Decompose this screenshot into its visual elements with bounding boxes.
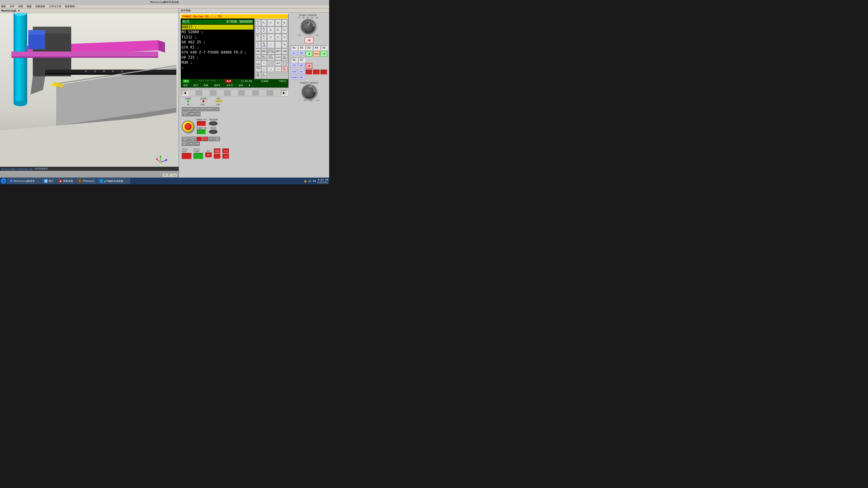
key-6[interactable]: 6↑ [282,27,287,33]
key-DELETE[interactable]: DE-LETE [261,72,267,78]
btn-k5[interactable]: K5 [320,45,327,50]
btn-lub[interactable]: LUB [188,142,194,146]
nav-left-btn[interactable]: ◀ [181,90,188,96]
key-S[interactable]: S↑ T↑ [261,34,267,41]
btn-minus-z[interactable]: -Z [306,51,312,57]
btn-ccw[interactable]: CCW [222,149,229,153]
key-UP[interactable]: ↑ [261,61,267,66]
key-eob[interactable]: — [267,41,275,48]
menu-item-measure[interactable]: 测量 [1,5,6,8]
key-SYSTEM[interactable]: SY-STEM [255,55,261,60]
key-PROG[interactable]: PROG [261,48,267,54]
key-5[interactable]: 5↑ [275,27,281,33]
nav-right-btn[interactable]: ▶ [281,90,287,96]
key-2[interactable]: 2↑ [275,34,281,41]
btn-cw[interactable]: CW [222,154,229,159]
tab-jianzhi2[interactable]: 检视 [201,84,211,88]
btn-jog[interactable]: JOG [195,111,200,117]
key-RESET[interactable]: RE-SET [282,66,287,72]
btn-red-start2[interactable]: ... [214,154,221,159]
key-dot[interactable]: . [275,41,281,48]
tab-caozuo[interactable]: 操作 [236,84,246,88]
btn-k4[interactable]: K4 [313,45,320,50]
menu-item-tools[interactable]: 工件与工具 [49,5,61,8]
key-O[interactable]: O↑ N↑ [255,20,261,26]
taskbar-item-record[interactable]: ● 屏幕录制 [57,178,75,184]
key-H[interactable]: HD EOB [261,41,267,48]
key-4[interactable]: 4↑ [267,27,275,33]
btn-k3[interactable]: K3 [306,45,312,50]
btn-dry-run[interactable]: DRYRUN [215,137,220,141]
btn-k7[interactable]: K7 [298,57,305,62]
key-INSERT[interactable]: IN-SERT [282,55,287,60]
video-label[interactable]: 在线视频教程 [34,167,48,170]
drive-button[interactable] [209,129,218,134]
tab-chengxu[interactable]: 程序 [181,84,191,88]
btn-dnc[interactable]: DNC [200,107,206,111]
key-X[interactable]: X↑ Y↑ [255,27,261,33]
key-PAGE-DOWN[interactable]: PAGE↓ [255,66,261,72]
estop-button[interactable] [182,121,194,133]
btn-red-x100-3[interactable] [320,70,327,74]
start-button[interactable]: ⊞ [1,178,6,184]
btn-single-blk[interactable]: SINGLEBLK [182,137,189,141]
3d-viewport[interactable]: 68.80 Top http://www.greatsim.com 在线视频教程 [0,13,179,177]
spindle-override-dial[interactable] [301,19,315,34]
key-0[interactable]: 0 [282,41,287,48]
btn-k6[interactable]: K6 [291,57,298,62]
key-MESSAGE[interactable]: MES-SAGE [261,55,267,60]
btn-inc-x[interactable]: INC [298,51,305,55]
feedrate-override-dial[interactable] [302,85,316,99]
btn-auto[interactable]: AUTO [182,107,188,111]
key-M[interactable]: M↑ S↑ [255,34,261,41]
key-POS[interactable]: POS [255,48,261,54]
key-F[interactable]: F↑ H↑ [255,41,261,48]
tab-xiandanjie[interactable]: 现单节 [211,84,223,88]
btn-block-skp[interactable]: BLOCKSKP [189,137,196,141]
scene-canvas[interactable]: 68.80 Top [0,13,179,177]
power-on-button[interactable] [197,129,206,134]
cycle-stop-button[interactable] [182,153,192,159]
key-LEFT[interactable]: ← [261,66,267,72]
key-RIGHT[interactable]: → [275,66,281,72]
power-off-button[interactable] [197,121,206,126]
btn-minus-x[interactable]: -X [306,63,312,69]
key-CAN[interactable]: CAN [282,48,287,54]
menu-item-file[interactable]: 文件 [9,5,14,8]
btn-k2[interactable]: K2 [298,45,305,50]
taskbar-item-machining[interactable]: M Machining数控车... [7,178,41,184]
btn-inc[interactable]: INC [214,107,219,111]
btn-tool[interactable]: TOOL [194,142,200,146]
taskbar-item-photos[interactable]: 🖼 照片 [42,178,56,184]
btn-inc-x10[interactable]: INC [298,63,305,67]
key-OFFSET[interactable]: OFFSETSETTING [267,48,275,54]
key-PAGE-UP[interactable]: ↑PAGE [255,61,261,66]
key-3[interactable]: 3↑ [282,34,287,41]
rst-button[interactable]: RST [205,153,212,158]
website-link[interactable]: http://www.greatsim.com [1,168,33,170]
btn-restart-cool[interactable]: REST-ART [182,142,188,146]
btn-ref[interactable]: REF [189,111,195,117]
btn-edit[interactable]: EDIT [188,107,194,111]
menu-item-settings[interactable]: 设置 [18,5,23,8]
tab-cidanjie[interactable]: 次单节 [223,84,236,88]
btn-red1[interactable] [196,137,202,141]
menu-item-panel[interactable]: 切换面板 [35,5,45,8]
btn-x1000[interactable]: X1000 [291,75,298,79]
cycle-start-button[interactable] [193,153,204,159]
key-DOWN[interactable]: ↓ [267,66,275,72]
btn-mdi[interactable]: MDI [194,107,200,111]
key-CUSTOM[interactable]: CUST-GRAPH [267,55,275,60]
btn-red-x100-1[interactable] [306,70,312,74]
btn-teach[interactable]: TEACH [206,107,214,111]
taskbar-item-ffoutput[interactable]: F FFOutput [76,178,96,184]
menu-item-check[interactable]: 检查更新... [65,5,79,8]
key-INPUT[interactable]: IN-PUT [255,72,261,78]
menu-item-view[interactable]: 视图 [27,5,32,8]
key-9[interactable]: 9↑ [282,20,287,26]
key-8[interactable]: 8↑ [275,20,281,26]
viewport-dropdown-icon[interactable]: ▼ [18,9,20,12]
btn-x100[interactable]: X100 [291,70,298,74]
program-button[interactable] [209,121,218,126]
key-G[interactable]: G↑ [261,20,267,26]
